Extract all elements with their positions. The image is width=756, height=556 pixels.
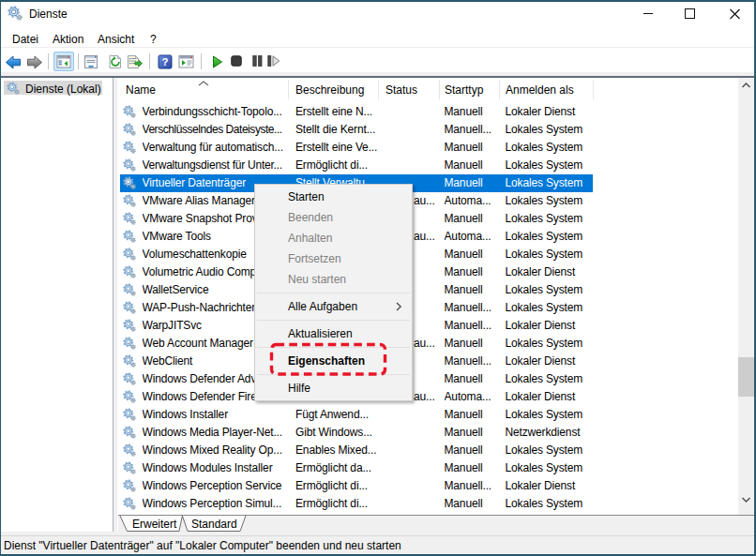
svg-text:Erweitert: Erweitert <box>132 518 177 531</box>
svg-text:Standard: Standard <box>191 518 237 531</box>
svg-text:?: ? <box>161 56 168 68</box>
